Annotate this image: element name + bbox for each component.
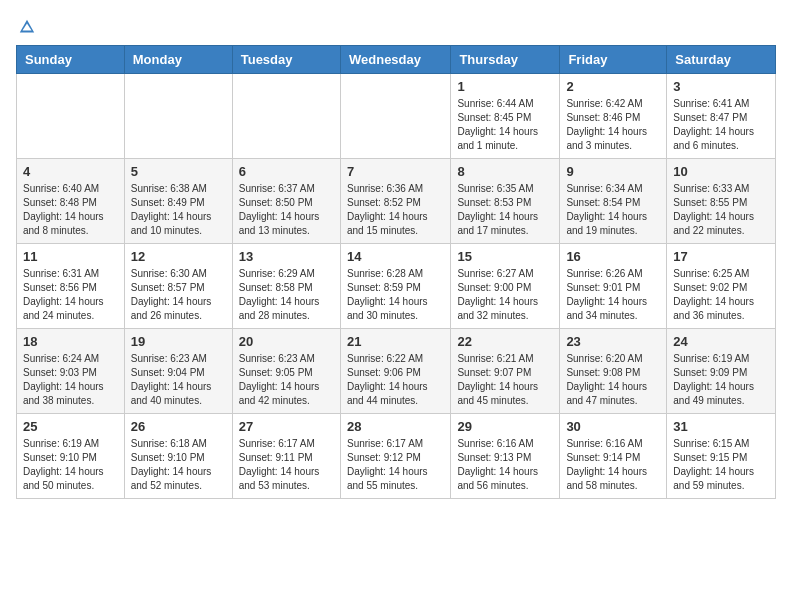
- calendar-cell: [340, 74, 450, 159]
- header-day-wednesday: Wednesday: [340, 46, 450, 74]
- week-row-3: 18Sunrise: 6:24 AM Sunset: 9:03 PM Dayli…: [17, 329, 776, 414]
- page-header: [16, 16, 776, 37]
- day-content: Sunrise: 6:34 AM Sunset: 8:54 PM Dayligh…: [566, 182, 660, 238]
- calendar-cell: 9Sunrise: 6:34 AM Sunset: 8:54 PM Daylig…: [560, 159, 667, 244]
- calendar-cell: 19Sunrise: 6:23 AM Sunset: 9:04 PM Dayli…: [124, 329, 232, 414]
- calendar-cell: 21Sunrise: 6:22 AM Sunset: 9:06 PM Dayli…: [340, 329, 450, 414]
- calendar-cell: 15Sunrise: 6:27 AM Sunset: 9:00 PM Dayli…: [451, 244, 560, 329]
- header-day-sunday: Sunday: [17, 46, 125, 74]
- day-content: Sunrise: 6:19 AM Sunset: 9:09 PM Dayligh…: [673, 352, 769, 408]
- day-number: 27: [239, 419, 334, 434]
- calendar-cell: 13Sunrise: 6:29 AM Sunset: 8:58 PM Dayli…: [232, 244, 340, 329]
- day-content: Sunrise: 6:26 AM Sunset: 9:01 PM Dayligh…: [566, 267, 660, 323]
- day-content: Sunrise: 6:24 AM Sunset: 9:03 PM Dayligh…: [23, 352, 118, 408]
- day-number: 25: [23, 419, 118, 434]
- day-number: 13: [239, 249, 334, 264]
- header-row: SundayMondayTuesdayWednesdayThursdayFrid…: [17, 46, 776, 74]
- day-number: 17: [673, 249, 769, 264]
- day-number: 16: [566, 249, 660, 264]
- calendar-cell: 11Sunrise: 6:31 AM Sunset: 8:56 PM Dayli…: [17, 244, 125, 329]
- day-number: 31: [673, 419, 769, 434]
- calendar-cell: 27Sunrise: 6:17 AM Sunset: 9:11 PM Dayli…: [232, 414, 340, 499]
- calendar-cell: 23Sunrise: 6:20 AM Sunset: 9:08 PM Dayli…: [560, 329, 667, 414]
- calendar-cell: 28Sunrise: 6:17 AM Sunset: 9:12 PM Dayli…: [340, 414, 450, 499]
- day-number: 21: [347, 334, 444, 349]
- calendar-cell: 14Sunrise: 6:28 AM Sunset: 8:59 PM Dayli…: [340, 244, 450, 329]
- day-number: 15: [457, 249, 553, 264]
- calendar-cell: 7Sunrise: 6:36 AM Sunset: 8:52 PM Daylig…: [340, 159, 450, 244]
- day-content: Sunrise: 6:17 AM Sunset: 9:12 PM Dayligh…: [347, 437, 444, 493]
- day-content: Sunrise: 6:25 AM Sunset: 9:02 PM Dayligh…: [673, 267, 769, 323]
- calendar-cell: 5Sunrise: 6:38 AM Sunset: 8:49 PM Daylig…: [124, 159, 232, 244]
- header-day-friday: Friday: [560, 46, 667, 74]
- calendar-cell: 20Sunrise: 6:23 AM Sunset: 9:05 PM Dayli…: [232, 329, 340, 414]
- day-content: Sunrise: 6:35 AM Sunset: 8:53 PM Dayligh…: [457, 182, 553, 238]
- day-number: 30: [566, 419, 660, 434]
- day-content: Sunrise: 6:27 AM Sunset: 9:00 PM Dayligh…: [457, 267, 553, 323]
- day-content: Sunrise: 6:38 AM Sunset: 8:49 PM Dayligh…: [131, 182, 226, 238]
- calendar-cell: 3Sunrise: 6:41 AM Sunset: 8:47 PM Daylig…: [667, 74, 776, 159]
- day-content: Sunrise: 6:31 AM Sunset: 8:56 PM Dayligh…: [23, 267, 118, 323]
- day-number: 14: [347, 249, 444, 264]
- week-row-0: 1Sunrise: 6:44 AM Sunset: 8:45 PM Daylig…: [17, 74, 776, 159]
- day-number: 3: [673, 79, 769, 94]
- day-content: Sunrise: 6:36 AM Sunset: 8:52 PM Dayligh…: [347, 182, 444, 238]
- day-number: 12: [131, 249, 226, 264]
- day-content: Sunrise: 6:23 AM Sunset: 9:05 PM Dayligh…: [239, 352, 334, 408]
- day-content: Sunrise: 6:17 AM Sunset: 9:11 PM Dayligh…: [239, 437, 334, 493]
- calendar-cell: 30Sunrise: 6:16 AM Sunset: 9:14 PM Dayli…: [560, 414, 667, 499]
- day-number: 6: [239, 164, 334, 179]
- day-number: 26: [131, 419, 226, 434]
- day-content: Sunrise: 6:29 AM Sunset: 8:58 PM Dayligh…: [239, 267, 334, 323]
- day-content: Sunrise: 6:41 AM Sunset: 8:47 PM Dayligh…: [673, 97, 769, 153]
- calendar-cell: 18Sunrise: 6:24 AM Sunset: 9:03 PM Dayli…: [17, 329, 125, 414]
- day-number: 29: [457, 419, 553, 434]
- calendar-cell: 1Sunrise: 6:44 AM Sunset: 8:45 PM Daylig…: [451, 74, 560, 159]
- calendar-cell: [124, 74, 232, 159]
- day-content: Sunrise: 6:15 AM Sunset: 9:15 PM Dayligh…: [673, 437, 769, 493]
- day-number: 20: [239, 334, 334, 349]
- day-content: Sunrise: 6:37 AM Sunset: 8:50 PM Dayligh…: [239, 182, 334, 238]
- calendar-cell: 2Sunrise: 6:42 AM Sunset: 8:46 PM Daylig…: [560, 74, 667, 159]
- day-content: Sunrise: 6:23 AM Sunset: 9:04 PM Dayligh…: [131, 352, 226, 408]
- header-day-thursday: Thursday: [451, 46, 560, 74]
- day-number: 2: [566, 79, 660, 94]
- week-row-2: 11Sunrise: 6:31 AM Sunset: 8:56 PM Dayli…: [17, 244, 776, 329]
- logo: [16, 16, 36, 37]
- calendar-cell: 22Sunrise: 6:21 AM Sunset: 9:07 PM Dayli…: [451, 329, 560, 414]
- day-number: 9: [566, 164, 660, 179]
- day-number: 23: [566, 334, 660, 349]
- calendar-cell: 24Sunrise: 6:19 AM Sunset: 9:09 PM Dayli…: [667, 329, 776, 414]
- calendar-cell: [232, 74, 340, 159]
- header-day-monday: Monday: [124, 46, 232, 74]
- logo-icon: [18, 18, 36, 36]
- day-number: 10: [673, 164, 769, 179]
- calendar-cell: 4Sunrise: 6:40 AM Sunset: 8:48 PM Daylig…: [17, 159, 125, 244]
- calendar-header: SundayMondayTuesdayWednesdayThursdayFrid…: [17, 46, 776, 74]
- calendar-cell: 31Sunrise: 6:15 AM Sunset: 9:15 PM Dayli…: [667, 414, 776, 499]
- day-number: 1: [457, 79, 553, 94]
- day-content: Sunrise: 6:33 AM Sunset: 8:55 PM Dayligh…: [673, 182, 769, 238]
- calendar-cell: 26Sunrise: 6:18 AM Sunset: 9:10 PM Dayli…: [124, 414, 232, 499]
- day-number: 11: [23, 249, 118, 264]
- day-number: 18: [23, 334, 118, 349]
- day-content: Sunrise: 6:16 AM Sunset: 9:13 PM Dayligh…: [457, 437, 553, 493]
- day-number: 22: [457, 334, 553, 349]
- calendar-table: SundayMondayTuesdayWednesdayThursdayFrid…: [16, 45, 776, 499]
- day-number: 28: [347, 419, 444, 434]
- week-row-4: 25Sunrise: 6:19 AM Sunset: 9:10 PM Dayli…: [17, 414, 776, 499]
- day-number: 8: [457, 164, 553, 179]
- header-day-saturday: Saturday: [667, 46, 776, 74]
- calendar-cell: 16Sunrise: 6:26 AM Sunset: 9:01 PM Dayli…: [560, 244, 667, 329]
- day-content: Sunrise: 6:20 AM Sunset: 9:08 PM Dayligh…: [566, 352, 660, 408]
- day-number: 19: [131, 334, 226, 349]
- day-number: 4: [23, 164, 118, 179]
- calendar-cell: 17Sunrise: 6:25 AM Sunset: 9:02 PM Dayli…: [667, 244, 776, 329]
- calendar-body: 1Sunrise: 6:44 AM Sunset: 8:45 PM Daylig…: [17, 74, 776, 499]
- calendar-cell: 12Sunrise: 6:30 AM Sunset: 8:57 PM Dayli…: [124, 244, 232, 329]
- header-day-tuesday: Tuesday: [232, 46, 340, 74]
- day-number: 7: [347, 164, 444, 179]
- day-number: 5: [131, 164, 226, 179]
- day-content: Sunrise: 6:44 AM Sunset: 8:45 PM Dayligh…: [457, 97, 553, 153]
- calendar-cell: 6Sunrise: 6:37 AM Sunset: 8:50 PM Daylig…: [232, 159, 340, 244]
